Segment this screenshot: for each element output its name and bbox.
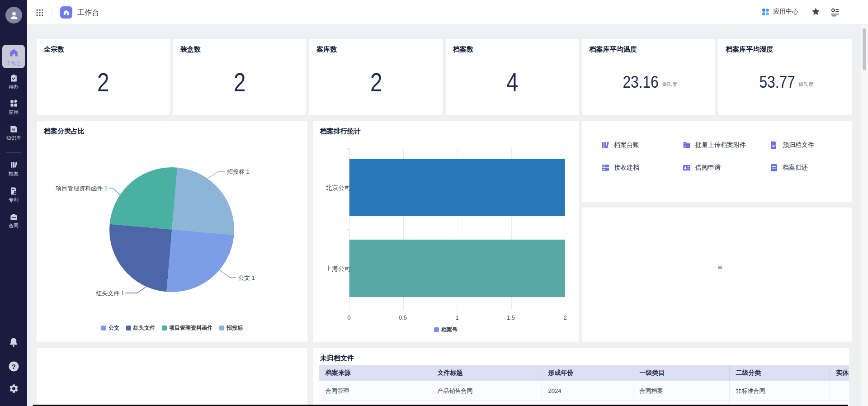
stat-value: 2 (370, 67, 382, 97)
legend-item[interactable]: 公文 (101, 324, 119, 332)
stat-label: 案库数 (316, 45, 337, 54)
grid-menu-icon[interactable] (35, 8, 44, 17)
main-content: 全宗数 2 装盒数 2 案库数 2 档案数 4 档案库平均温度 23.16摄氏度… (27, 25, 868, 406)
legend-item[interactable]: 招投标 (219, 324, 243, 332)
chart-title: 档案排行统计 (320, 127, 361, 136)
quick-action-label: 档案台账 (614, 141, 639, 149)
axis-tick (347, 148, 349, 149)
bar-legend: 档案号 (313, 326, 579, 334)
header-divider (52, 8, 52, 17)
sidebar-item-archives[interactable]: 档案 (0, 161, 27, 177)
category-label: 上海公司 (324, 265, 351, 273)
sidebar-item-workbench[interactable]: 工作台 (2, 45, 25, 68)
sidebar-item-contract[interactable]: 合同 (0, 212, 27, 229)
settings-button[interactable] (0, 383, 27, 396)
table-title: 未归档文件 (320, 354, 354, 363)
stat-unit: 摄氏度 (662, 81, 677, 88)
table-cell (830, 381, 849, 401)
stat-cards-row: 全宗数 2 装盒数 2 案库数 2 档案数 4 档案库平均温度 23.16摄氏度… (37, 39, 852, 115)
table-row[interactable]: 合同管理 产品销售合同 2024 合同档案 非标准合同 (319, 381, 849, 401)
stat-card-fonds: 全宗数 2 (37, 39, 170, 115)
quick-action-label: 批量上传档案附件 (695, 141, 746, 149)
stat-card-boxes: 装盒数 2 (173, 39, 307, 115)
legend-label: 招投标 (226, 324, 243, 332)
ai-book-icon: AI (9, 125, 18, 133)
stat-label: 装盒数 (180, 45, 201, 54)
top-header: 工作台 应用中心 (27, 0, 868, 25)
home-icon (63, 9, 70, 16)
stat-label: 档案库平均湿度 (726, 45, 773, 54)
stat-card-avg-humidity: 档案库平均湿度 53.77摄氏度 (718, 39, 852, 115)
bell-icon (8, 337, 19, 348)
stat-card-archives: 档案数 4 (446, 39, 579, 115)
legend-item[interactable]: 红头文件 (126, 324, 155, 332)
quick-action-label: 借阅申请 (695, 164, 721, 172)
stat-label: 档案库平均温度 (590, 45, 637, 54)
sidebar-divider (6, 152, 21, 153)
account-settings-icon[interactable] (830, 7, 840, 17)
app-center-label: 应用中心 (773, 8, 798, 16)
x-tick-label: 0 (347, 314, 350, 321)
axis-tick (347, 229, 349, 230)
sidebar-item-knowledge[interactable]: AI 知识库 (0, 125, 27, 142)
stat-value: 53.77 (760, 73, 795, 92)
favorite-star-icon[interactable] (811, 7, 821, 16)
legend-item[interactable]: 档案号 (434, 326, 458, 334)
sidebar: 工作台 待办 应用 AI 知识库 档案 专利 合同 ? (0, 0, 27, 406)
stacked-drawers-icon (601, 163, 610, 172)
legend-label: 项目管理资料函件 (169, 324, 212, 332)
table-cell: 合同管理 (319, 381, 431, 401)
quick-action-receive-filing[interactable]: 接收建档 (601, 163, 639, 172)
quick-action-prearchive-files[interactable]: 预归档文件 (769, 141, 814, 150)
folder-upload-icon (682, 141, 691, 150)
sidebar-item-label: 档案 (0, 170, 27, 177)
page-title: 工作台 (77, 8, 99, 18)
scrollbar-handle[interactable] (863, 28, 866, 70)
vertical-scrollbar (861, 25, 868, 406)
pie-callout-label: 红头文件 1 (86, 289, 124, 297)
x-tick-label: 1.5 (507, 314, 515, 321)
stat-value: 2 (234, 67, 245, 97)
axis-tick (347, 310, 349, 310)
quick-action-batch-upload[interactable]: 批量上传档案附件 (682, 141, 746, 150)
pie-chart[interactable] (109, 167, 234, 292)
bar-shanghai[interactable] (349, 240, 565, 297)
quick-action-archive-return[interactable]: 档案归还 (769, 163, 808, 172)
table-cell: 产品销售合同 (431, 381, 542, 401)
column-header: 实体份数 (830, 365, 849, 381)
bottom-left-panel (37, 348, 307, 406)
sidebar-item-label: 合同 (0, 222, 27, 229)
legend-label: 公文 (108, 324, 119, 332)
sidebar-item-apps[interactable]: 应用 (0, 99, 27, 116)
question-icon: ? (8, 361, 19, 372)
help-button[interactable]: ? (0, 361, 27, 374)
quick-action-borrow-request[interactable]: 借阅申请 (682, 163, 721, 172)
stat-label: 档案数 (453, 45, 473, 54)
bar-beijing[interactable] (349, 159, 565, 216)
gear-icon (9, 383, 19, 394)
quick-action-archive-ledger[interactable]: 档案台账 (601, 141, 639, 150)
bar-chart-card: 档案排行统计 北京公司 上海公司 0 0.5 1 1.5 2 档案号 (313, 121, 579, 342)
sidebar-item-todo[interactable]: 待办 (0, 74, 27, 90)
id-card-icon (682, 163, 691, 172)
x-tick-label: 1 (455, 314, 458, 321)
bar-plot-area (349, 148, 565, 310)
apps-grid-icon (9, 99, 18, 108)
notifications-button[interactable] (0, 337, 27, 349)
user-avatar[interactable] (5, 7, 22, 24)
sidebar-item-patent[interactable]: 专利 (0, 187, 27, 203)
empty-chart-panel (582, 208, 852, 342)
app-center-button[interactable]: 应用中心 (762, 8, 798, 16)
pie-chart-card: 档案分类占比 招投标 1 公文 1 红头文件 1 项目管理资料函件 1 公文 红… (37, 121, 307, 342)
category-label: 北京公司 (324, 184, 351, 192)
column-header: 形成年份 (542, 365, 633, 381)
unfiled-files-table: 档案来源 文件标题 形成年份 一级类目 二级分类 实体份数 合同管理 产品销售合… (319, 365, 849, 406)
workbench-app-icon[interactable] (60, 6, 72, 19)
table-cell: 2024 (542, 381, 633, 401)
book-icon (769, 163, 778, 172)
legend-item[interactable]: 项目管理资料函件 (162, 324, 212, 332)
clover-apps-icon (762, 8, 769, 16)
home-icon (9, 48, 19, 57)
legend-label: 红头文件 (133, 324, 155, 332)
stat-value: 4 (506, 67, 518, 97)
